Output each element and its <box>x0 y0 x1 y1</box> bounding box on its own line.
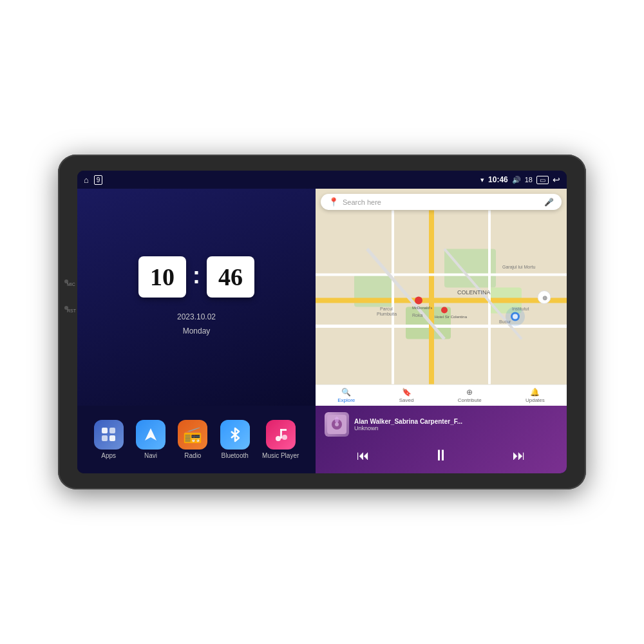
date-info: 2023.10.02 Monday <box>177 310 216 338</box>
svg-text:McDonald's: McDonald's <box>412 306 432 310</box>
wifi-icon: ▾ <box>480 176 484 184</box>
map-search-bar[interactable]: 📍 Search here 🎤 <box>321 194 562 210</box>
screen: ⌂ 9 ▾ 10:46 🔊 18 ▭ ↩ 10 : 46 <box>77 171 567 473</box>
back-icon[interactable]: ↩ <box>553 175 560 185</box>
day-display: Monday <box>177 325 216 339</box>
clock-display: 10 : 46 <box>138 256 254 298</box>
music-label: Music Player <box>262 452 299 459</box>
map-pin-icon: 📍 <box>328 197 339 207</box>
navi-icon <box>136 420 166 450</box>
bluetooth-icon-item[interactable]: Bluetooth <box>220 420 250 459</box>
clock-widget: 10 : 46 2023.10.02 Monday <box>77 189 316 406</box>
svg-rect-29 <box>102 428 108 433</box>
bottom-section: Apps Navi 📻 Radio <box>77 406 567 473</box>
map-updates-tab[interactable]: 🔔 Updates <box>526 388 545 403</box>
clock-minute: 46 <box>207 256 254 298</box>
saved-label: Saved <box>399 397 414 403</box>
music-text-info: Alan Walker_Sabrina Carpenter_F... Unkno… <box>354 418 558 431</box>
time-display: 10:46 <box>488 175 508 184</box>
map-saved-tab[interactable]: 🔖 Saved <box>399 388 414 403</box>
status-bar: ⌂ 9 ▾ 10:46 🔊 18 ▭ ↩ <box>77 171 567 189</box>
svg-rect-32 <box>109 435 115 441</box>
svg-rect-31 <box>102 435 108 441</box>
apps-grid-icon <box>100 426 117 443</box>
volume-level: 18 <box>525 176 533 184</box>
svg-text:⊕: ⊕ <box>542 294 547 301</box>
date-display: 2023.10.02 <box>177 310 216 325</box>
apps-label: Apps <box>101 452 116 459</box>
map-mic-icon[interactable]: 🎤 <box>544 198 554 207</box>
updates-icon: 🔔 <box>530 388 540 397</box>
car-head-unit: MIC RST ⌂ 9 ▾ 10:46 🔊 18 ▭ ↩ 10 <box>58 155 586 489</box>
music-artist: Unknown <box>354 425 558 431</box>
status-left: ⌂ 9 <box>84 175 102 185</box>
svg-text:Parcul: Parcul <box>380 307 393 311</box>
volume-icon: 🔊 <box>512 176 521 184</box>
svg-text:Garajul lui Mortu: Garajul lui Mortu <box>502 265 535 270</box>
saved-icon: 🔖 <box>402 388 412 397</box>
explore-icon: 🔍 <box>341 388 351 397</box>
svg-rect-30 <box>109 428 115 433</box>
svg-point-22 <box>441 307 448 314</box>
svg-point-34 <box>276 436 281 441</box>
main-content: 10 : 46 2023.10.02 Monday <box>77 189 567 473</box>
svg-text:Hotel Sir Colentina: Hotel Sir Colentina <box>435 315 468 319</box>
next-button[interactable]: ⏭ <box>513 448 526 463</box>
navi-label: Navi <box>144 452 157 459</box>
apps-icon <box>94 420 124 450</box>
radio-icon: 📻 <box>178 420 207 450</box>
battery-icon: ▭ <box>536 176 549 184</box>
mic-label: MIC <box>67 282 75 287</box>
music-player-icon <box>266 420 296 450</box>
svg-point-26 <box>506 307 525 327</box>
explore-label: Explore <box>337 397 355 403</box>
svg-rect-37 <box>280 429 287 431</box>
map-svg: COLENTINA Parcul Plumbuita Roka Garajul … <box>316 189 567 406</box>
home-icon[interactable]: ⌂ <box>84 175 89 185</box>
map-search-placeholder: Search here <box>343 198 540 206</box>
bluetooth-icon <box>220 420 250 450</box>
updates-label: Updates <box>526 397 545 403</box>
map-explore-tab[interactable]: 🔍 Explore <box>337 388 355 403</box>
map-bottom-bar: 🔍 Explore 🔖 Saved ⊕ Contribute 🔔 <box>316 384 567 406</box>
contribute-label: Contribute <box>458 397 482 403</box>
navigation-icon <box>142 426 159 443</box>
svg-marker-33 <box>145 428 156 440</box>
app-icons-bar: Apps Navi 📻 Radio <box>77 406 316 473</box>
music-player-widget: Alan Walker_Sabrina Carpenter_F... Unkno… <box>316 406 567 473</box>
music-track-info: Alan Walker_Sabrina Carpenter_F... Unkno… <box>325 412 558 437</box>
map-contribute-tab[interactable]: ⊕ Contribute <box>458 388 482 403</box>
svg-text:Roka: Roka <box>412 313 422 317</box>
apps-icon-item[interactable]: Apps <box>94 420 124 459</box>
status-right: ▾ 10:46 🔊 18 ▭ ↩ <box>480 175 560 185</box>
svg-text:COLENTINA: COLENTINA <box>457 289 491 296</box>
svg-rect-0 <box>316 211 567 384</box>
clock-hour: 10 <box>138 256 186 298</box>
svg-point-41 <box>335 417 339 423</box>
music-icon-item[interactable]: Music Player <box>262 420 299 459</box>
music-thumbnail <box>325 412 349 437</box>
music-title: Alan Walker_Sabrina Carpenter_F... <box>354 418 558 425</box>
music-controls: ⏮ ⏸ ⏭ <box>325 444 558 467</box>
nav-icon[interactable]: 9 <box>94 175 103 185</box>
map-widget[interactable]: COLENTINA Parcul Plumbuita Roka Garajul … <box>316 189 567 406</box>
clock-colon: : <box>193 262 200 289</box>
bluetooth-symbol <box>227 427 243 442</box>
svg-point-35 <box>282 435 287 440</box>
svg-point-20 <box>415 297 422 305</box>
radio-label: Radio <box>184 452 201 459</box>
bluetooth-label: Bluetooth <box>222 452 249 459</box>
svg-text:Plumbuita: Plumbuita <box>377 312 397 316</box>
rst-label: RST <box>67 308 76 313</box>
radio-icon-item[interactable]: 📻 Radio <box>178 420 207 459</box>
contribute-icon: ⊕ <box>466 388 473 397</box>
map-content: COLENTINA Parcul Plumbuita Roka Garajul … <box>316 189 567 406</box>
album-art <box>327 415 346 434</box>
navi-icon-item[interactable]: Navi <box>136 420 166 459</box>
music-note-icon <box>272 426 289 443</box>
prev-button[interactable]: ⏮ <box>357 448 370 463</box>
play-pause-button[interactable]: ⏸ <box>433 446 449 464</box>
